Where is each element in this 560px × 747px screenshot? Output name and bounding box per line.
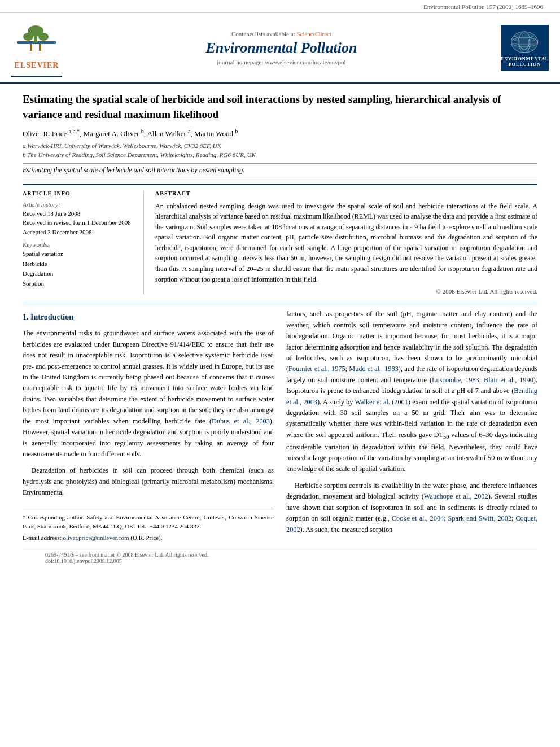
body-para2: Degradation of herbicides in soil can pr… xyxy=(23,465,274,498)
ref-wauchope: Wauchope et al., 2002 xyxy=(424,492,488,500)
affiliation-a: a Warwick-HRI, University of Warwick, We… xyxy=(23,141,537,151)
body-para4: Herbicide sorption controls its availabi… xyxy=(286,480,537,535)
affiliation-b: b The University of Reading, Soil Scienc… xyxy=(23,150,537,160)
citation-bar: Environmental Pollution 157 (2009) 1689–… xyxy=(0,0,560,13)
footer-bar: 0269-7491/$ – see front matter © 2008 El… xyxy=(23,548,537,567)
elsevier-logo-area: ELSEVIER xyxy=(11,19,62,77)
received-revised: Received in revised form 1 December 2008 xyxy=(23,218,137,228)
page: Environmental Pollution 157 (2009) 1689–… xyxy=(0,0,560,747)
main-content: Estimating the spatial scale of herbicid… xyxy=(0,84,560,579)
body-divider xyxy=(23,303,537,303)
ref-walker: Walker et al. (2001) xyxy=(355,398,410,406)
article-info-label: ARTICLE INFO xyxy=(23,190,137,196)
history-group: Article history: Received 18 June 2008 R… xyxy=(23,201,137,237)
keyword-3: Degradation xyxy=(23,269,137,279)
citation-text: Environmental Pollution 157 (2009) 1689–… xyxy=(423,3,543,10)
keyword-1: Spatial variation xyxy=(23,249,137,259)
abstract-copyright: © 2008 Elsevier Ltd. All rights reserved… xyxy=(155,288,537,295)
elsevier-tree-svg xyxy=(14,24,59,61)
footnote-area: * Corresponding author. Safety and Envir… xyxy=(23,509,274,543)
footer-doi: doi:10.1016/j.envpol.2008.12.005 xyxy=(45,558,515,564)
sd-label: Contents lists available at xyxy=(231,30,295,37)
globe-svg xyxy=(509,29,540,55)
accepted-date: Accepted 3 December 2008 xyxy=(23,228,137,237)
sciencedirect-line: Contents lists available at ScienceDirec… xyxy=(68,30,495,37)
elsevier-wordmark: ELSEVIER xyxy=(15,61,59,70)
info-abstract-section: ARTICLE INFO Article history: Received 1… xyxy=(23,184,537,295)
svg-point-4 xyxy=(38,33,49,41)
journal-title: Environmental Pollution xyxy=(68,40,495,56)
abstract-text: An unbalanced nested sampling design was… xyxy=(155,201,537,285)
history-heading: Article history: xyxy=(23,201,137,208)
keyword-4: Sorption xyxy=(23,279,137,289)
article-info-col: ARTICLE INFO Article history: Received 1… xyxy=(23,190,144,295)
article-title: Estimating the spatial scale of herbicid… xyxy=(23,92,537,122)
keywords-heading: Keywords: xyxy=(23,241,137,248)
affiliations: a Warwick-HRI, University of Warwick, We… xyxy=(23,141,537,160)
email-footnote: E-mail address: oliver.price@unilever.co… xyxy=(23,533,274,543)
journal-header: ELSEVIER Contents lists available at Sci… xyxy=(0,13,560,84)
svg-rect-6 xyxy=(39,44,41,51)
ref-luscombe: Luscombe, 1983 xyxy=(432,376,479,384)
ref-dubus: Dubus et al., 2003 xyxy=(212,417,270,425)
abstract-label: ABSTRACT xyxy=(155,190,537,196)
ref-cooke: Cooke et al., 2004 xyxy=(392,514,444,522)
svg-point-3 xyxy=(23,33,33,41)
ref-bending: Bending et al., 2003 xyxy=(286,387,537,405)
ref-mudd: Mudd et al., 1983 xyxy=(349,365,399,373)
journal-center: Contents lists available at ScienceDirec… xyxy=(62,30,501,65)
body-para3: factors, such as properties of the soil … xyxy=(286,309,537,475)
keywords-group: Keywords: Spatial variation Herbicide De… xyxy=(23,241,137,289)
footer-issn: 0269-7491/$ – see front matter © 2008 El… xyxy=(45,552,515,558)
keyword-2: Herbicide xyxy=(23,259,137,269)
ref-fournier: Fournier et al., 1975 xyxy=(288,365,345,373)
logo-line1: ENVIRONMENTALPOLLUTION xyxy=(501,56,549,68)
received-date: Received 18 June 2008 xyxy=(23,209,137,219)
svg-rect-5 xyxy=(30,44,32,51)
body-col-left: 1. Introduction The environmental risks … xyxy=(23,309,274,542)
word-nevertheless: Nevertheless xyxy=(449,443,485,451)
author-names: Oliver R. Price a,b,*, Margaret A. Olive… xyxy=(23,129,238,138)
ref-blair: Blair et al., 1990 xyxy=(484,376,533,384)
corresponding-footnote: * Corresponding author. Safety and Envir… xyxy=(23,513,274,531)
body-para1: The environmental risks to groundwater a… xyxy=(23,328,274,460)
abstract-col: ABSTRACT An unbalanced nested sampling d… xyxy=(155,190,537,295)
body-col-right: factors, such as properties of the soil … xyxy=(286,309,537,542)
email-link[interactable]: oliver.price@unilever.com xyxy=(63,534,129,541)
sciencedirect-link[interactable]: ScienceDirect xyxy=(296,30,331,37)
word-and: and xyxy=(404,365,414,373)
authors-line: Oliver R. Price a,b,*, Margaret A. Olive… xyxy=(23,128,537,138)
journal-logo-box: ENVIRONMENTALPOLLUTION xyxy=(501,25,549,71)
ref-spark: Spark and Swift, 2002 xyxy=(448,514,512,522)
body-columns: 1. Introduction The environmental risks … xyxy=(23,309,537,542)
homepage-line: journal homepage: www.elsevier.com/locat… xyxy=(68,59,495,65)
running-title: Estimating the spatial scale of herbicid… xyxy=(23,163,537,177)
word-four: four xyxy=(262,439,274,447)
section1-heading: 1. Introduction xyxy=(23,311,274,324)
